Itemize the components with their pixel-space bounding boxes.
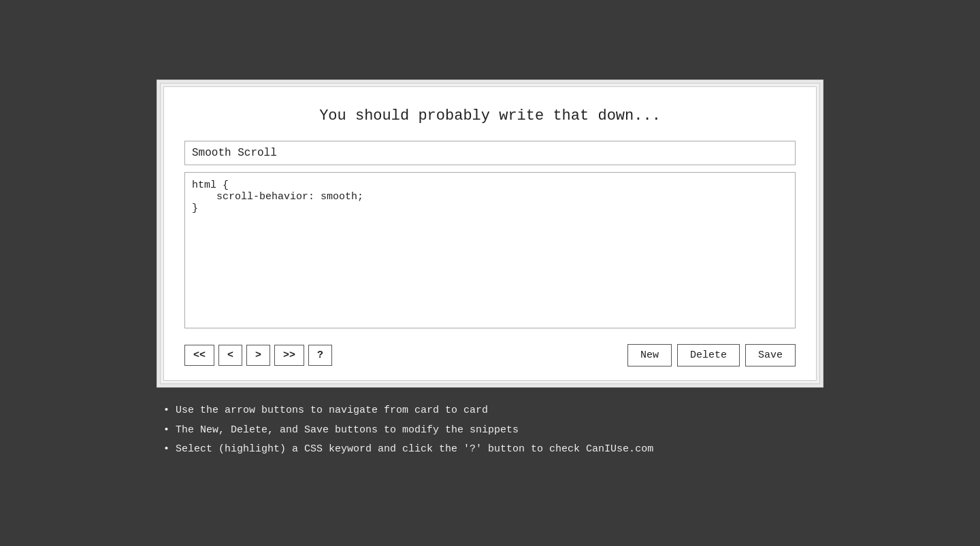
nav-buttons-group: << < > >> ? — [184, 345, 332, 366]
app-title: You should probably write that down... — [184, 107, 796, 124]
next-button[interactable]: > — [246, 345, 270, 366]
card-footer: << < > >> ? New Delete Save — [184, 344, 796, 366]
delete-button[interactable]: Delete — [677, 344, 740, 366]
instruction-item-1: Use the arrow buttons to navigate from c… — [163, 401, 817, 421]
card-title-input[interactable] — [184, 141, 796, 165]
instructions-section: Use the arrow buttons to navigate from c… — [163, 401, 817, 460]
instruction-item-2: The New, Delete, and Save buttons to mod… — [163, 421, 817, 441]
last-button[interactable]: >> — [274, 345, 304, 366]
card-stack: You should probably write that down... <… — [163, 86, 817, 381]
action-buttons-group: New Delete Save — [627, 344, 796, 366]
prev-button[interactable]: < — [218, 345, 242, 366]
caniuse-button[interactable]: ? — [308, 345, 332, 366]
first-button[interactable]: << — [184, 345, 214, 366]
new-button[interactable]: New — [627, 344, 672, 366]
card-main: You should probably write that down... <… — [163, 86, 817, 381]
card-content-textarea[interactable] — [184, 172, 796, 328]
instruction-item-3: Select (highlight) a CSS keyword and cli… — [163, 440, 817, 460]
save-button[interactable]: Save — [745, 344, 796, 366]
instructions-list: Use the arrow buttons to navigate from c… — [163, 401, 817, 460]
